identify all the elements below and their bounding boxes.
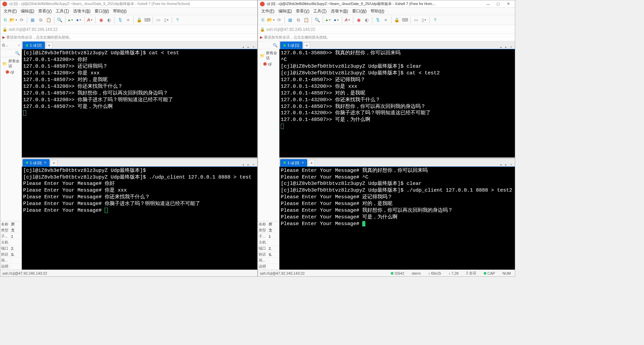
reconnect-icon[interactable]: ⟳	[18, 16, 25, 24]
session-tree[interactable]: 📁所有会话 cjl	[0, 57, 21, 221]
xshell-window-right: cjl [0] - cjl@iZ8vb3efb0tbtvz8lz3upyZ:~/…	[258, 0, 515, 277]
xftp-icon[interactable]: ▸▼	[325, 16, 332, 24]
tab-next-icon[interactable]: ▸	[503, 163, 508, 166]
terminal-top[interactable]: [cjl@iZ8vb3efb0tbtvz8lz3upyZ Udp最终版本]$ c…	[22, 49, 257, 157]
tab-next-icon[interactable]: ▸	[503, 45, 508, 49]
session-tree[interactable]: 📁所有会话 cjl	[258, 49, 279, 221]
help-icon[interactable]: ?	[174, 16, 181, 24]
help-icon[interactable]: ?	[431, 16, 439, 24]
script-icon[interactable]: ≡	[382, 16, 389, 24]
tab-close-icon[interactable]: ×	[251, 163, 256, 166]
reconnect-icon[interactable]: ⟳	[275, 16, 283, 24]
tab-close-icon[interactable]: ×	[302, 161, 304, 164]
titlebar[interactable]: cjl [0] - cjl@iZ8vb3efb0tbtvz8lz3upyZ:~/…	[0, 0, 257, 8]
close-button[interactable]: ✕	[503, 1, 513, 7]
menu-f[interactable]: 文件(F)	[259, 8, 276, 15]
tile-v-icon[interactable]: ▯▼	[420, 16, 428, 24]
menu-v[interactable]: 查看(V)	[36, 8, 54, 15]
globe-icon[interactable]: ●▼	[75, 16, 83, 24]
menu-b[interactable]: 选项卡(B)	[329, 8, 350, 15]
tab-close-icon[interactable]: ×	[251, 45, 256, 49]
addressbar[interactable]: 🔒 ssh://cjl@47.92.245.143:22	[258, 25, 515, 34]
prop-row: 说明	[258, 264, 279, 270]
terminal-top[interactable]: 127.0.0.1-35880>> 我真的好想你，你可以回来吗 ^C [cjl@…	[279, 49, 515, 157]
tab-close-icon[interactable]: ×	[509, 163, 514, 166]
terminal-bottom[interactable]: Please Enter Your Message# 我真的好想你，你可以回来吗…	[279, 167, 515, 270]
tab-prev-icon[interactable]: ◂	[498, 163, 503, 166]
tab-next-icon[interactable]: ▸	[246, 163, 251, 166]
titlebar[interactable]: cjl [0] - cjl@iZ8vb3efb0tbtvz8lz3upyZ:~/…	[258, 0, 515, 8]
tab-prev-icon[interactable]: ◂	[240, 163, 245, 166]
menu-b[interactable]: 选项卡(B)	[71, 8, 93, 15]
tree-root[interactable]: 📁所有会话	[259, 50, 278, 61]
tab-add-button[interactable]: +	[46, 42, 53, 49]
script-icon[interactable]: ≡	[124, 16, 132, 24]
tab-add-button[interactable]: +	[51, 160, 57, 166]
new-session-icon[interactable]: ⎘	[259, 16, 267, 24]
copy-icon[interactable]: ⧉	[37, 16, 44, 24]
tile-h-icon[interactable]: ▭	[412, 16, 420, 24]
menu-w[interactable]: 窗口(W)	[350, 8, 369, 15]
transfer-icon[interactable]: ⇅	[374, 16, 381, 24]
find-icon[interactable]: 🔍	[56, 16, 63, 24]
xagent-icon[interactable]: ◉	[97, 16, 105, 24]
xftp-icon[interactable]: ▸▼	[67, 16, 74, 24]
tab-session-bottom[interactable]: 1 cjl [0]×	[280, 159, 307, 166]
tab-add-button[interactable]: +	[304, 42, 310, 49]
color-icon[interactable]: ◐	[363, 16, 370, 24]
open-icon[interactable]: 📂▼	[267, 16, 275, 24]
new-session-icon[interactable]: ⎘	[2, 16, 9, 24]
maximize-button[interactable]: ▢	[493, 1, 503, 7]
menu-t[interactable]: 工具(T)	[54, 8, 71, 15]
globe-icon[interactable]: ●▼	[333, 16, 340, 24]
menu-h[interactable]: 帮助(H)	[369, 8, 386, 15]
transfer-icon[interactable]: ⇅	[116, 16, 124, 24]
keyboard-icon[interactable]: ⌨	[401, 16, 409, 24]
sidebar-close-icon[interactable]: ×	[18, 43, 20, 47]
menu-v[interactable]: 查看(V)	[294, 8, 311, 15]
tree-session[interactable]: cjl	[1, 69, 21, 75]
tab-session-bottom[interactable]: 1 cjl [0]×	[22, 159, 50, 166]
tab-close-icon[interactable]: ×	[44, 161, 46, 164]
paste-icon[interactable]: 📋	[45, 16, 52, 24]
properties-icon[interactable]: ▦	[29, 16, 36, 24]
find-icon[interactable]: 🔍	[314, 16, 321, 24]
font-icon[interactable]: A▼	[86, 16, 94, 24]
addressbar[interactable]: 🔒 ssh://cjl@47.92.245.143:22	[0, 25, 257, 34]
minimize-button[interactable]: —	[483, 1, 493, 7]
tile-h-icon[interactable]: ▭	[155, 16, 162, 24]
paste-icon[interactable]: 📋	[303, 16, 310, 24]
prop-row: 用...	[0, 258, 21, 264]
menu-h[interactable]: 帮助(H)	[111, 8, 129, 15]
sidebar-properties: 名称所类型文子...1主机端口2.协议S.用...说明	[258, 221, 279, 270]
tab-session-top[interactable]: 1 cjl [2]	[22, 42, 45, 49]
terminal-bottom[interactable]: [cjl@iZ8vb3efb0tbtvz8lz3upyZ Udp最终版本]$ […	[22, 167, 257, 270]
tree-session[interactable]: cjl	[259, 61, 278, 67]
sidebar-search[interactable]: 🔍	[0, 49, 21, 57]
tile-v-icon[interactable]: ▯▼	[163, 16, 170, 24]
lock-icon[interactable]: 🔒	[393, 16, 400, 24]
tab-next-icon[interactable]: ▸	[246, 45, 251, 49]
tree-root[interactable]: 📁所有会话	[1, 58, 21, 69]
lock-icon[interactable]: 🔒	[136, 16, 143, 24]
color-icon[interactable]: ◐	[105, 16, 113, 24]
tab-prev-icon[interactable]: ◂	[240, 45, 245, 49]
status-dot-icon	[283, 44, 286, 47]
font-icon[interactable]: A▼	[344, 16, 351, 24]
tab-add-button[interactable]: +	[308, 160, 315, 166]
menu-e[interactable]: 编辑(E)	[276, 8, 294, 15]
copy-icon[interactable]: ⧉	[294, 16, 302, 24]
menu-e[interactable]: 编辑(E)	[19, 8, 36, 15]
tab-session-top[interactable]: 1 cjl [1]	[280, 42, 303, 49]
sidebar-search[interactable]: 🔍	[258, 41, 279, 49]
xagent-icon[interactable]: ◉	[355, 16, 362, 24]
properties-icon[interactable]: ▦	[286, 16, 294, 24]
tab-close-icon[interactable]: ×	[509, 45, 514, 49]
tab-prev-icon[interactable]: ◂	[498, 45, 503, 49]
menu-f[interactable]: 文件(F)	[2, 8, 19, 15]
led-icon	[484, 272, 486, 275]
open-icon[interactable]: 📂▼	[10, 16, 17, 24]
menu-w[interactable]: 窗口(W)	[93, 8, 111, 15]
menu-t[interactable]: 工具(T)	[311, 8, 328, 15]
keyboard-icon[interactable]: ⌨	[144, 16, 151, 24]
